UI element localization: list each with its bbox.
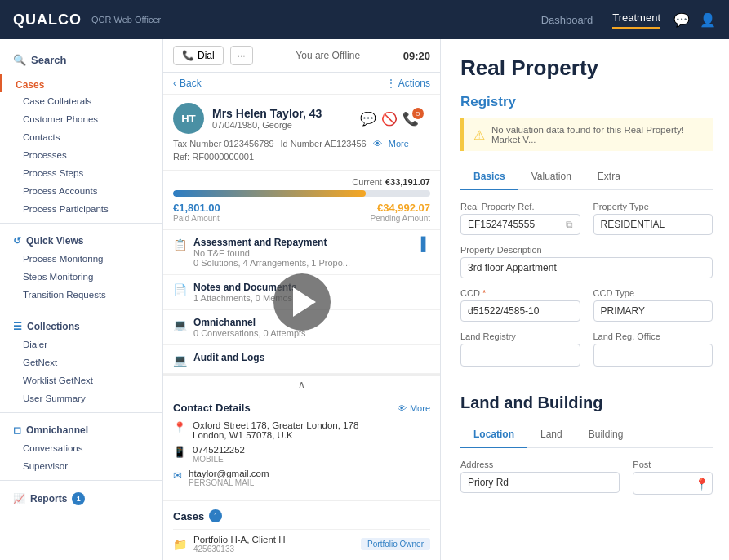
nav-treatment[interactable]: Treatment	[612, 11, 660, 29]
sidebar-item-case-collaterals[interactable]: Case Collaterals	[0, 92, 162, 110]
section-divider	[460, 380, 713, 380]
email-row: ✉ htaylor@gmail.com PERSONAL MAIL	[173, 469, 430, 487]
address-form-input[interactable]: Priory Rd	[460, 472, 620, 493]
phone-info: 0745212252 MOBILE	[193, 445, 245, 464]
case-btn-0[interactable]: Portfolio Owner	[361, 538, 430, 550]
ccd-input[interactable]: d51522/4585-10	[460, 300, 580, 322]
location-tab-location[interactable]: Location	[460, 422, 527, 448]
paid-label: Paid Amount	[173, 214, 220, 223]
sidebar-quickviews[interactable]: ↺ Quick Views	[0, 229, 162, 250]
user-icon[interactable]: 👤	[700, 12, 716, 28]
sidebar-item-getnext[interactable]: GetNext	[0, 353, 162, 371]
contact-details-more[interactable]: 👁 More	[398, 403, 430, 413]
assessment-sub2: 0 Solutions, 4 Arrangements, 1 Propo...	[193, 258, 350, 268]
form-group-ccd: CCD * d51522/4585-10	[460, 288, 580, 322]
paid-block: €1,801.00 Paid Amount	[173, 202, 220, 223]
omnichannel-label: Omnichannel	[26, 424, 88, 436]
sidebar-collections[interactable]: ☰ Collections	[0, 314, 162, 336]
accordion-item-assessment[interactable]: 📋 Assessment and Repayment No T&E found …	[163, 230, 440, 275]
post-map-icon: 📍	[695, 478, 709, 491]
divider-2	[0, 309, 162, 309]
chat-icon[interactable]: 💬	[673, 12, 690, 28]
landregoffice-input[interactable]	[593, 344, 713, 367]
phone-row: 📱 0745212252 MOBILE	[173, 445, 430, 464]
proptype-input[interactable]: RESIDENTIAL	[593, 214, 713, 235]
notes-icon: 📄	[173, 283, 187, 296]
sidebar-item-transition-requests[interactable]: Transition Requests	[0, 286, 162, 304]
accordion-bar: ▌	[421, 237, 430, 251]
location-tab-building[interactable]: Building	[576, 422, 637, 447]
proptype-label: Property Type	[593, 202, 713, 211]
sidebar-item-contacts[interactable]: Contacts	[0, 128, 162, 146]
email-icon: ✉	[173, 469, 182, 482]
ccdtype-input[interactable]: PRIMARY	[593, 300, 713, 322]
form-row-1: Real Property Ref. EF1524745555 ⧉ Proper…	[460, 202, 713, 235]
cases-section: Cases 1 📁 Portfolio H-A, Client H 425630…	[163, 501, 440, 560]
sidebar-item-process-participants[interactable]: Process Participants	[0, 200, 162, 218]
sidebar-item-process-monitoring[interactable]: Process Monitoring	[0, 250, 162, 268]
id-number: Id Number AE123456	[281, 139, 367, 149]
ref-label: Real Property Ref.	[460, 202, 580, 211]
sidebar-item-worklist-getnext[interactable]: Worklist GetNext	[0, 371, 162, 389]
copy-icon[interactable]: ⧉	[566, 219, 573, 230]
sidebar-omnichannel[interactable]: ◻ Omnichannel	[0, 418, 162, 439]
sidebar-item-dialer[interactable]: Dialer	[0, 336, 162, 353]
location-tab-land[interactable]: Land	[527, 422, 576, 447]
address-row: 📍 Oxford Street 178, Greater London, 178…	[173, 420, 430, 440]
sidebar-item-processes[interactable]: Processes	[0, 146, 162, 164]
tab-basics[interactable]: Basics	[460, 164, 518, 190]
more-link[interactable]: More	[389, 139, 409, 149]
nav-icons: 💬 👤	[673, 12, 716, 28]
address-info: Oxford Street 178, Greater London, 178 L…	[193, 420, 358, 440]
avatar: HT	[173, 103, 204, 134]
paid-amount: €1,801.00	[173, 202, 220, 214]
reports-badge: 1	[72, 492, 85, 505]
accordion-item-audit[interactable]: 💻 Audit and Logs	[163, 345, 440, 374]
audit-title: Audit and Logs	[193, 352, 264, 363]
warning-text: No valuation data found for this Real Pr…	[491, 125, 703, 144]
sidebar-item-conversations[interactable]: Conversations	[0, 439, 162, 457]
eye-icon[interactable]: 👁	[373, 139, 382, 149]
collapse-button[interactable]: ∧	[163, 375, 440, 393]
dial-button[interactable]: 📞 Dial	[173, 46, 224, 65]
assessment-title: Assessment and Repayment	[193, 237, 350, 248]
divider-3	[0, 412, 162, 413]
ccdtype-label: CCD Type	[593, 288, 713, 298]
rp-title: Real Property	[460, 56, 713, 81]
address-line1: Oxford Street 178, Greater London, 178	[193, 420, 358, 430]
registry-title: Registry	[460, 94, 713, 110]
call-block-icon[interactable]: 🚫	[381, 111, 398, 127]
notification-badge: 5	[412, 108, 424, 119]
registry-tabs: Basics Valuation Extra	[460, 164, 713, 190]
sidebar-item-steps-monitoring[interactable]: Steps Monitoring	[0, 268, 162, 286]
sidebar-search[interactable]: 🔍 Search	[0, 46, 162, 74]
sidebar-item-user-summary[interactable]: User Summary	[0, 389, 162, 407]
right-panel: Real Property Registry ⚠ No valuation da…	[441, 39, 729, 560]
actions-button[interactable]: ⋮ Actions	[386, 78, 430, 89]
play-button[interactable]	[273, 273, 331, 331]
nav-dashboard[interactable]: Dashboard	[541, 14, 593, 26]
more-button[interactable]: ···	[230, 46, 253, 65]
form-group-landreg: Land Registry	[460, 331, 580, 367]
landreg-input[interactable]	[460, 344, 580, 367]
actions-label: Actions	[398, 78, 430, 89]
tab-extra[interactable]: Extra	[585, 164, 633, 189]
post-input[interactable]: 📍	[633, 472, 713, 495]
tab-valuation[interactable]: Valuation	[518, 164, 585, 189]
contact-details-section: Contact Details 👁 More 📍 Oxford Street 1…	[163, 393, 440, 501]
propdesc-input[interactable]: 3rd floor Appartment	[460, 257, 713, 278]
contact-meta: Tax Number 0123456789 Id Number AE123456…	[173, 139, 430, 149]
address-form-label: Address	[460, 460, 620, 469]
sidebar-item-process-accounts[interactable]: Process Accounts	[0, 182, 162, 200]
form-group-landregoffice: Land Reg. Office	[593, 331, 713, 367]
form-group-proptype: Property Type RESIDENTIAL	[593, 202, 713, 235]
phone-bar: 📞 Dial ··· You are Offline 09:20	[163, 39, 440, 73]
back-button[interactable]: ‹ Back	[173, 78, 202, 89]
message-icon[interactable]: 💬	[360, 111, 376, 127]
ref-input[interactable]: EF1524745555 ⧉	[460, 214, 580, 235]
sidebar-reports[interactable]: 📈 Reports 1	[0, 486, 162, 509]
sidebar-item-process-steps[interactable]: Process Steps	[0, 164, 162, 182]
sidebar-item-customer-phones[interactable]: Customer Phones	[0, 110, 162, 128]
case-row-0: 📁 Portfolio H-A, Client H 425630133 Port…	[173, 529, 430, 558]
sidebar-item-supervisor[interactable]: Supervisor	[0, 457, 162, 475]
